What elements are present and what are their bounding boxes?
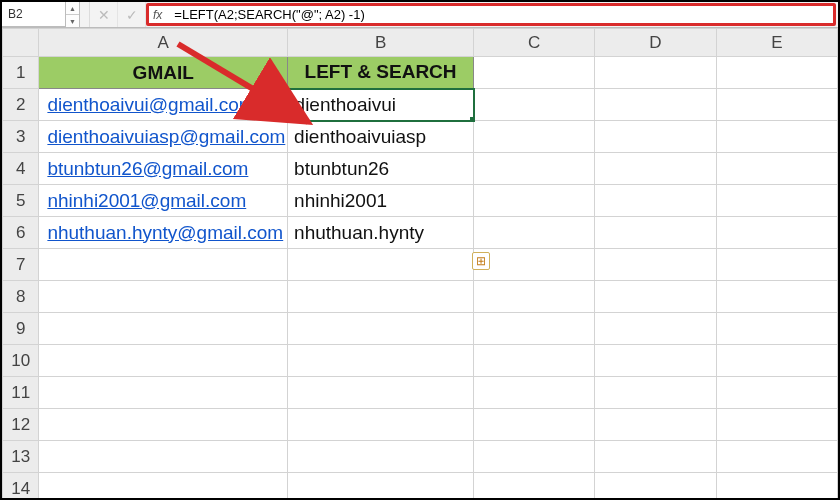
cell-C4[interactable]	[474, 153, 595, 185]
cell-E12[interactable]	[716, 409, 837, 441]
row-header[interactable]: 14	[3, 473, 39, 501]
cell-B8[interactable]	[288, 281, 474, 313]
cancel-formula-button[interactable]: ✕	[90, 2, 118, 27]
stepper-down-icon[interactable]: ▼	[66, 15, 79, 27]
cell-B2[interactable]: dienthoaivui	[288, 89, 474, 121]
stepper-up-icon[interactable]: ▲	[66, 2, 79, 15]
cell-A2[interactable]: dienthoaivui@gmail.com	[39, 89, 288, 121]
cell-E13[interactable]	[716, 441, 837, 473]
cell-E4[interactable]	[716, 153, 837, 185]
row-header[interactable]: 12	[3, 409, 39, 441]
cell-A10[interactable]	[39, 345, 288, 377]
cell-C6[interactable]	[474, 217, 595, 249]
cell-B9[interactable]	[288, 313, 474, 345]
cell-D6[interactable]	[595, 217, 716, 249]
cell-E14[interactable]	[716, 473, 837, 501]
cell-B11[interactable]	[288, 377, 474, 409]
cell-D9[interactable]	[595, 313, 716, 345]
cell-D4[interactable]	[595, 153, 716, 185]
cell-C13[interactable]	[474, 441, 595, 473]
cell-A8[interactable]	[39, 281, 288, 313]
cell-C1[interactable]	[474, 57, 595, 89]
cell-A14[interactable]	[39, 473, 288, 501]
cell-D13[interactable]	[595, 441, 716, 473]
cell-A12[interactable]	[39, 409, 288, 441]
autofill-options-icon[interactable]: ⊞	[472, 252, 490, 270]
cell-D3[interactable]	[595, 121, 716, 153]
cell-E2[interactable]	[716, 89, 837, 121]
name-box[interactable]: B2	[2, 2, 66, 27]
cell-A11[interactable]	[39, 377, 288, 409]
cell-D2[interactable]	[595, 89, 716, 121]
col-header-E[interactable]: E	[716, 29, 837, 57]
cell-A4[interactable]: btunbtun26@gmail.com	[39, 153, 288, 185]
cell-B10[interactable]	[288, 345, 474, 377]
cell-D5[interactable]	[595, 185, 716, 217]
cell-E7[interactable]	[716, 249, 837, 281]
cell-D10[interactable]	[595, 345, 716, 377]
col-header-D[interactable]: D	[595, 29, 716, 57]
cell-A6[interactable]: nhuthuan.hynty@gmail.com	[39, 217, 288, 249]
formula-text[interactable]: =LEFT(A2;SEARCH("@"; A2) -1)	[174, 7, 364, 22]
col-header-C[interactable]: C	[474, 29, 595, 57]
select-all-corner[interactable]	[3, 29, 39, 57]
cell-B12[interactable]	[288, 409, 474, 441]
cell-E5[interactable]	[716, 185, 837, 217]
cell-A3[interactable]: dienthoaivuiasp@gmail.com	[39, 121, 288, 153]
row-header[interactable]: 6	[3, 217, 39, 249]
cell-E8[interactable]	[716, 281, 837, 313]
row-header[interactable]: 3	[3, 121, 39, 153]
cell-E10[interactable]	[716, 345, 837, 377]
cell-B1[interactable]: LEFT & SEARCH	[288, 57, 474, 89]
cell-B4[interactable]: btunbtun26	[288, 153, 474, 185]
name-box-stepper[interactable]: ▲ ▼	[66, 2, 80, 27]
cell-B14[interactable]	[288, 473, 474, 501]
cell-C5[interactable]	[474, 185, 595, 217]
col-header-B[interactable]: B	[288, 29, 474, 57]
cell-B7[interactable]	[288, 249, 474, 281]
cell-E6[interactable]	[716, 217, 837, 249]
row-header[interactable]: 9	[3, 313, 39, 345]
cell-E1[interactable]	[716, 57, 837, 89]
formula-area[interactable]: fx =LEFT(A2;SEARCH("@"; A2) -1)	[146, 3, 836, 26]
cell-C9[interactable]	[474, 313, 595, 345]
cell-D1[interactable]	[595, 57, 716, 89]
accept-formula-button[interactable]: ✓	[118, 2, 146, 27]
cell-A1[interactable]: GMAIL	[39, 57, 288, 89]
cell-A13[interactable]	[39, 441, 288, 473]
cell-C12[interactable]	[474, 409, 595, 441]
cell-B6[interactable]: nhuthuan.hynty	[288, 217, 474, 249]
fx-icon[interactable]: fx	[153, 8, 162, 22]
row-header[interactable]: 5	[3, 185, 39, 217]
cell-A7[interactable]	[39, 249, 288, 281]
row-header[interactable]: 2	[3, 89, 39, 121]
cell-D7[interactable]	[595, 249, 716, 281]
cell-B13[interactable]	[288, 441, 474, 473]
cell-E11[interactable]	[716, 377, 837, 409]
cell-B5[interactable]: nhinhi2001	[288, 185, 474, 217]
col-header-A[interactable]: A	[39, 29, 288, 57]
cell-A5[interactable]: nhinhi2001@gmail.com	[39, 185, 288, 217]
cell-E3[interactable]	[716, 121, 837, 153]
cell-A9[interactable]	[39, 313, 288, 345]
row-header[interactable]: 10	[3, 345, 39, 377]
row-header[interactable]: 8	[3, 281, 39, 313]
cell-C14[interactable]	[474, 473, 595, 501]
cell-D11[interactable]	[595, 377, 716, 409]
cell-C3[interactable]	[474, 121, 595, 153]
cell-C8[interactable]	[474, 281, 595, 313]
cell-C11[interactable]	[474, 377, 595, 409]
row-header[interactable]: 11	[3, 377, 39, 409]
row-header[interactable]: 13	[3, 441, 39, 473]
fill-handle[interactable]	[470, 117, 474, 121]
cell-D8[interactable]	[595, 281, 716, 313]
cell-E9[interactable]	[716, 313, 837, 345]
cell-C7[interactable]	[474, 249, 595, 281]
cell-C10[interactable]	[474, 345, 595, 377]
cell-D12[interactable]	[595, 409, 716, 441]
row-header[interactable]: 4	[3, 153, 39, 185]
cell-D14[interactable]	[595, 473, 716, 501]
cell-B3[interactable]: dienthoaivuiasp	[288, 121, 474, 153]
cell-C2[interactable]	[474, 89, 595, 121]
row-header[interactable]: 1	[3, 57, 39, 89]
